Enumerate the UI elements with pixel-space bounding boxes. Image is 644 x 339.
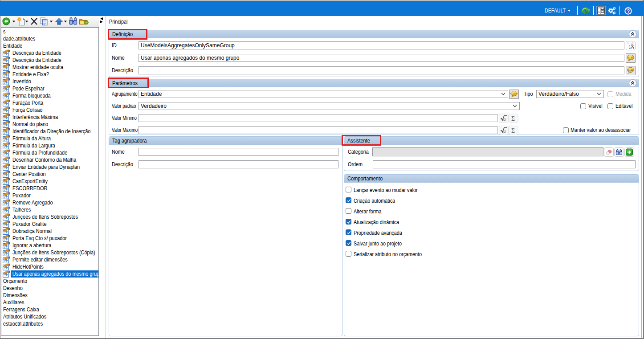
svg-text:LL: LL <box>512 93 514 95</box>
svg-text:Σ: Σ <box>511 127 515 134</box>
svg-text:?: ? <box>631 44 634 49</box>
svg-text:a: a <box>503 128 506 134</box>
svg-text:Σ: Σ <box>511 115 515 122</box>
svg-text:LL: LL <box>628 69 631 71</box>
svg-text:99: 99 <box>631 69 634 71</box>
svg-text:99: 99 <box>514 93 517 95</box>
svg-text:LL: LL <box>628 57 631 59</box>
svg-text:a: a <box>503 116 506 122</box>
svg-text:99: 99 <box>631 57 634 59</box>
svg-text:?: ? <box>627 8 630 14</box>
